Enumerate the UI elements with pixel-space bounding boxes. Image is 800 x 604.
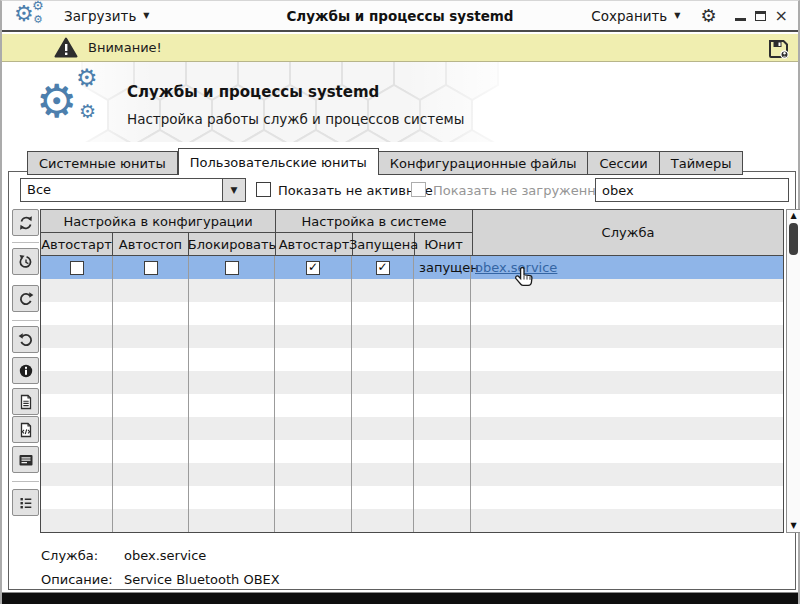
toolbar-separator	[12, 320, 39, 321]
detail-service-label: Служба:	[41, 548, 124, 563]
filter-dropdown[interactable]: Все ▼	[20, 178, 246, 202]
refresh-icon	[17, 214, 35, 232]
save-file-icon[interactable]	[767, 37, 790, 60]
table-row[interactable]	[41, 371, 783, 394]
table-cell	[41, 394, 113, 417]
undo-button[interactable]	[12, 326, 39, 353]
tab-sessions[interactable]: Сессии	[588, 151, 659, 175]
redo-icon	[17, 290, 35, 308]
table-cell	[471, 417, 783, 440]
caret-down-icon: ▼	[674, 11, 680, 20]
redo-button[interactable]	[12, 285, 39, 312]
table-cell	[41, 509, 113, 532]
journal-button[interactable]	[12, 446, 39, 473]
search-input[interactable]	[595, 178, 789, 202]
table-cell	[414, 417, 471, 440]
table-row-selected[interactable]: ✓ ✓ запущен obex.service	[41, 256, 783, 279]
table-row[interactable]	[41, 486, 783, 509]
toolbar-separator	[12, 242, 39, 243]
unit-list-button[interactable]	[12, 489, 39, 516]
autostart-sys-checkbox[interactable]: ✓	[306, 261, 320, 275]
col-header-service: Служба	[473, 210, 783, 255]
table-row[interactable]	[41, 325, 783, 348]
unit-file-button[interactable]	[12, 388, 39, 415]
detail-description-value: Service Bluetooth OBEX	[124, 572, 280, 587]
table-cell	[113, 325, 189, 348]
table-cell	[352, 486, 414, 509]
table-cell	[352, 440, 414, 463]
show-inactive-checkbox[interactable]	[256, 182, 271, 197]
autostart-cfg-checkbox[interactable]	[70, 261, 84, 275]
running-sys-checkbox[interactable]: ✓	[376, 261, 390, 275]
col-header-autostop-cfg: Автостоп	[113, 233, 189, 255]
warning-text: Внимание!	[88, 40, 162, 55]
save-menu-label: Сохранить	[591, 8, 667, 24]
table-cell	[414, 463, 471, 486]
table-header: Настройка в конфигурации Автостарт Автос…	[41, 210, 783, 256]
restore-state-button[interactable]	[12, 248, 39, 275]
cursor-hand-icon	[513, 265, 537, 292]
close-button[interactable]: ×	[775, 9, 788, 23]
detail-description-label: Описание:	[41, 572, 124, 587]
table-row[interactable]	[41, 394, 783, 417]
table-cell	[414, 371, 471, 394]
table-cell	[275, 509, 352, 532]
tab-content: Все ▼ Показать не активные Показать не з…	[8, 171, 796, 590]
refresh-button[interactable]	[12, 209, 39, 236]
table-cell	[41, 371, 113, 394]
tab-timers[interactable]: Таймеры	[660, 151, 744, 175]
table-cell	[41, 348, 113, 371]
table-row[interactable]	[41, 440, 783, 463]
table-cell	[352, 509, 414, 532]
source-view-button[interactable]	[12, 416, 39, 443]
table-cell	[275, 325, 352, 348]
table-cell	[414, 440, 471, 463]
save-menu-button[interactable]: Сохранить ▼	[585, 4, 686, 28]
minimize-button[interactable]	[735, 18, 746, 21]
table-cell	[414, 279, 471, 302]
maximize-button[interactable]	[755, 11, 766, 21]
scrollbar-thumb[interactable]	[789, 223, 798, 255]
table-cell	[113, 509, 189, 532]
titlebar: ⚙⚙⚙ Загрузить ▼ Службы и процессы system…	[2, 1, 798, 32]
module-gears-logo-icon: ⚙⚙⚙	[36, 68, 106, 136]
table-cell	[113, 371, 189, 394]
table-cell	[471, 302, 783, 325]
settings-gear-icon[interactable]: ⚙	[700, 7, 716, 25]
dropdown-arrow-icon[interactable]: ▼	[222, 179, 245, 201]
scroll-down-icon[interactable]: ▼	[787, 520, 800, 532]
tab-user-units[interactable]: Пользовательские юниты	[178, 148, 379, 175]
table-row[interactable]	[41, 463, 783, 486]
tab-system-units[interactable]: Системные юниты	[27, 151, 178, 175]
vertical-scrollbar[interactable]: ▲ ▼	[786, 209, 800, 533]
table-row[interactable]	[41, 417, 783, 440]
module-subtitle: Настройка работы служб и процессов систе…	[127, 111, 464, 127]
history-restore-icon	[17, 253, 35, 271]
table-row[interactable]	[41, 302, 783, 325]
table-row[interactable]	[41, 279, 783, 302]
table-cell	[41, 279, 113, 302]
table-cell	[113, 417, 189, 440]
table-cell	[113, 486, 189, 509]
table-cell	[113, 348, 189, 371]
table-row[interactable]	[41, 509, 783, 532]
load-menu-button[interactable]: Загрузить ▼	[58, 4, 156, 28]
info-button[interactable]	[12, 357, 39, 384]
table-cell	[113, 279, 189, 302]
scroll-up-icon[interactable]: ▲	[787, 210, 800, 222]
table-cell	[189, 279, 275, 302]
table-cell	[275, 417, 352, 440]
block-cfg-checkbox[interactable]	[225, 261, 239, 275]
table-cell	[189, 417, 275, 440]
app-gears-icon: ⚙⚙⚙	[14, 2, 50, 30]
tab-config-files[interactable]: Конфигурационные файлы	[379, 151, 589, 175]
table-row[interactable]	[41, 348, 783, 371]
table-cell	[414, 325, 471, 348]
table-cell	[189, 463, 275, 486]
show-inactive-label: Показать не активные	[278, 183, 433, 198]
show-unloaded-checkbox[interactable]	[411, 182, 426, 197]
table-cell	[471, 394, 783, 417]
autostop-cfg-checkbox[interactable]	[144, 261, 158, 275]
table-cell	[471, 371, 783, 394]
table-cell	[471, 509, 783, 532]
